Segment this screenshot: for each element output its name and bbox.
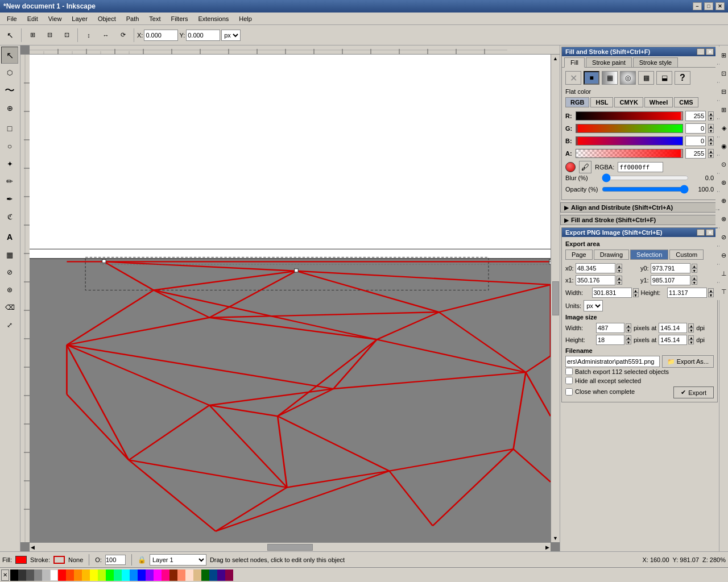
menu-filters[interactable]: Filters — [167, 14, 193, 23]
fill-swatch-btn[interactable]: ⬓ — [656, 71, 672, 85]
b-spin-up[interactable]: ▲ — [708, 136, 714, 141]
toolbar-btn-2[interactable]: ⊟ — [42, 27, 57, 43]
page-btn[interactable]: Page — [565, 250, 593, 260]
menu-object[interactable]: Object — [93, 14, 121, 23]
swatch-blue[interactable] — [138, 569, 146, 581]
hide-checkbox[interactable] — [565, 377, 573, 384]
swatch-hot-pink[interactable] — [162, 569, 169, 581]
pencil-tool[interactable]: ✏ — [1, 173, 18, 190]
snap-btn-9[interactable]: ⊕ — [715, 192, 729, 209]
img-height-spin-up[interactable]: ▲ — [626, 335, 631, 340]
width-spin-up[interactable]: ▲ — [633, 288, 639, 293]
cms-btn[interactable]: CMS — [674, 97, 698, 107]
rgb-btn[interactable]: RGB — [565, 97, 589, 107]
export-button[interactable]: ✔ Export — [673, 386, 714, 398]
swatch-dark-green[interactable] — [201, 569, 209, 581]
connector-tool[interactable]: ⤢ — [1, 317, 18, 334]
canvas-area[interactable]: /* ruler ticks rendered by CSS/SVG */ — [20, 45, 560, 551]
fill-stroke-close-btn[interactable]: ✕ — [706, 48, 714, 55]
img-height-spin-down[interactable]: ▼ — [626, 340, 631, 344]
canvas-scrollbar-bottom[interactable]: ◀ ▶ — [30, 542, 551, 551]
toolbar-btn-3[interactable]: ⊡ — [59, 27, 75, 43]
x1-spin-up[interactable]: ▲ — [617, 276, 622, 280]
swatch-sky-blue[interactable] — [130, 569, 138, 581]
rect-tool[interactable]: □ — [1, 120, 18, 137]
minimize-button[interactable]: − — [693, 2, 702, 10]
snap-btn-12[interactable]: ⊖ — [715, 247, 729, 264]
snap-btn-4[interactable]: ⊞ — [715, 101, 729, 118]
toolbar-snap[interactable]: ⊞ — [24, 27, 40, 43]
opacity-input[interactable] — [105, 555, 126, 565]
swatch-salmon[interactable] — [177, 569, 185, 581]
g-spin-up[interactable]: ▲ — [708, 124, 714, 128]
a-spin-up[interactable]: ▲ — [708, 149, 714, 153]
eyedropper-btn[interactable]: 🖋 — [579, 161, 592, 173]
menu-file[interactable]: File — [2, 14, 22, 23]
drawing-svg[interactable] — [30, 55, 551, 542]
units-dropdown[interactable]: px — [584, 300, 603, 311]
align-distribute-header[interactable]: ▶ Align and Distribute (Shift+Ctrl+A) — [560, 202, 719, 213]
swatch-red[interactable] — [58, 569, 66, 581]
swatch-amber[interactable] — [82, 569, 90, 581]
drawing-btn[interactable]: Drawing — [594, 250, 629, 260]
swatch-cyan[interactable] — [122, 569, 130, 581]
toolbar-btn-4[interactable]: ↕ — [81, 27, 97, 43]
spray-tool[interactable]: ⊛ — [1, 281, 18, 298]
img-width-spin-down[interactable]: ▼ — [626, 328, 631, 332]
export-as-button[interactable]: 📁 Export As... — [662, 355, 714, 368]
cmyk-btn[interactable]: CMYK — [614, 97, 643, 107]
swatch-gray[interactable] — [26, 569, 34, 581]
width-spin-down[interactable]: ▼ — [633, 293, 639, 297]
filename-input[interactable] — [565, 356, 660, 367]
zoom-tool[interactable]: ⊕ — [1, 99, 18, 117]
close-checkbox[interactable] — [565, 388, 573, 396]
scroll-thumb-v[interactable] — [552, 281, 559, 315]
snap-btn-14[interactable]: ⊤ — [715, 283, 729, 300]
x1-input[interactable] — [576, 275, 615, 285]
x1-spin-down[interactable]: ▼ — [617, 280, 622, 285]
b-spin-down[interactable]: ▼ — [708, 141, 714, 146]
swatch-tan[interactable] — [193, 569, 201, 581]
menu-view[interactable]: View — [44, 14, 67, 23]
snap-btn-5[interactable]: ◈ — [715, 119, 729, 136]
dpi-input-1[interactable] — [659, 323, 687, 333]
swatch-dark-gray[interactable] — [18, 569, 26, 581]
r-slider[interactable] — [576, 111, 683, 120]
x0-spin-down[interactable]: ▼ — [617, 268, 622, 273]
swatch-brown[interactable] — [169, 569, 177, 581]
swatch-green[interactable] — [106, 569, 114, 581]
height-spin-up[interactable]: ▲ — [708, 288, 714, 293]
dpi1-spin-down[interactable]: ▼ — [688, 328, 694, 332]
circle-tool[interactable]: ○ — [1, 138, 18, 155]
dpi2-spin-down[interactable]: ▼ — [688, 340, 694, 344]
export-png-minimize-btn[interactable]: _ — [697, 229, 705, 236]
dpi2-spin-up[interactable]: ▲ — [688, 335, 694, 340]
custom-btn[interactable]: Custom — [669, 250, 704, 260]
g-slider[interactable] — [576, 124, 683, 133]
swatch-magenta[interactable] — [154, 569, 162, 581]
swatch-dark-blue[interactable] — [209, 569, 217, 581]
img-height-input[interactable] — [596, 335, 624, 345]
swatch-yellow[interactable] — [90, 569, 98, 581]
dropper-tool[interactable]: ⊘ — [1, 264, 18, 281]
b-value[interactable] — [685, 136, 706, 146]
scroll-right-btn[interactable]: ▶ — [545, 544, 549, 550]
swatch-spring-green[interactable] — [114, 569, 122, 581]
fill-linear-btn[interactable]: ▦ — [602, 71, 618, 85]
menu-path[interactable]: Path — [122, 14, 144, 23]
fill-stroke-minimize-btn[interactable]: _ — [697, 48, 705, 55]
swatch-white[interactable] — [50, 569, 58, 581]
r-value[interactable] — [685, 111, 706, 121]
snap-btn-3[interactable]: ⊟ — [715, 83, 729, 100]
swatch-black[interactable] — [10, 569, 18, 581]
fill-stroke-collapsed-header[interactable]: ▶ Fill and Stroke (Shift+Ctrl+F) — [560, 215, 719, 225]
units-select[interactable]: px — [221, 30, 241, 41]
export-png-title[interactable]: Export PNG Image (Shift+Ctrl+E) _ ✕ — [562, 228, 717, 237]
snap-btn-7[interactable]: ⊙ — [715, 156, 729, 173]
canvas[interactable] — [30, 55, 551, 542]
batch-checkbox[interactable] — [565, 368, 573, 375]
swatch-purple[interactable] — [217, 569, 225, 581]
fill-unknown-btn[interactable]: ? — [675, 71, 690, 85]
x0-spin-up[interactable]: ▲ — [617, 264, 622, 268]
a-spin-down[interactable]: ▼ — [708, 153, 714, 158]
